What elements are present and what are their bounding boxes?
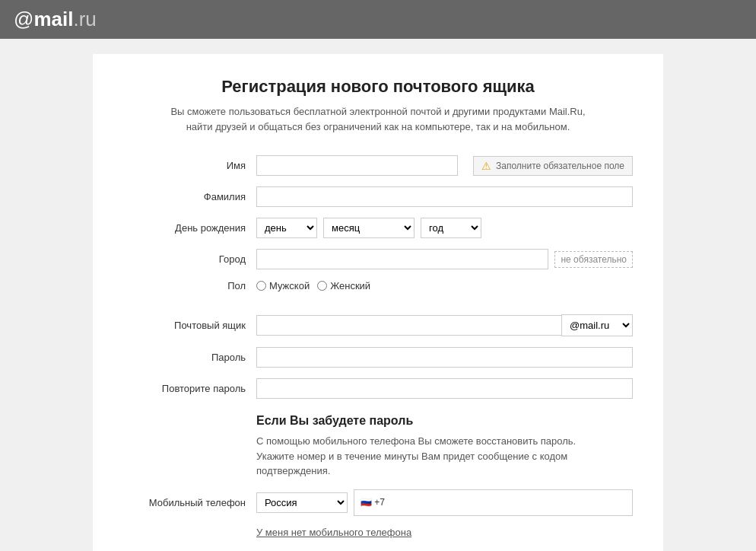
surname-label: Фамилия <box>123 191 256 202</box>
phone-country-select[interactable]: Россия <box>256 492 348 513</box>
page-subtitle: Вы сможете пользоваться бесплатной элект… <box>123 104 633 134</box>
logo: @mail.ru <box>14 8 97 31</box>
name-error-tooltip: ⚠ Заполните обязательное поле <box>473 156 633 176</box>
logo-ru: .ru <box>73 8 96 30</box>
password-input[interactable] <box>256 347 633 368</box>
gender-label: Пол <box>123 280 256 291</box>
gender-female-label: Женский <box>330 280 370 291</box>
name-row: Имя ⚠ Заполните обязательное поле <box>123 155 633 176</box>
gender-female-option[interactable]: Женский <box>317 280 370 291</box>
gender-group: Мужской Женский <box>256 280 633 291</box>
name-label: Имя <box>123 160 256 171</box>
confirm-password-field-group <box>256 378 633 399</box>
name-input[interactable] <box>256 155 458 176</box>
email-field-group: @mail.ru @inbox.ru @list.ru @bk.ru <box>256 314 633 336</box>
city-field-group: не обязательно <box>256 249 633 269</box>
phone-number-group: 🇷🇺 +7 <box>354 489 633 516</box>
surname-row: Фамилия <box>123 186 633 207</box>
phone-field-group: Россия 🇷🇺 +7 <box>256 489 633 516</box>
surname-field-group <box>256 186 633 207</box>
gender-row: Пол Мужской Женский <box>123 280 633 291</box>
no-phone-link[interactable]: У меня нет мобильного телефона <box>256 527 633 538</box>
email-domain-select[interactable]: @mail.ru @inbox.ru @list.ru @bk.ru <box>561 314 633 336</box>
forgot-desc: С помощью мобильного телефона Вы сможете… <box>256 434 633 479</box>
birthday-label: День рождения <box>123 222 256 234</box>
month-select[interactable]: месяц ЯнварьФевральМартАпрель МайИюньИюл… <box>323 218 415 238</box>
optional-label: не обязательно <box>554 251 633 268</box>
email-input[interactable] <box>256 315 561 336</box>
password-row: Пароль <box>123 347 633 368</box>
city-row: Город не обязательно <box>123 249 633 269</box>
password-field-group <box>256 347 633 368</box>
registration-form: Имя ⚠ Заполните обязательное поле Фамили… <box>123 155 633 551</box>
spacer-1 <box>123 302 633 314</box>
header: @mail.ru <box>0 0 756 39</box>
registration-form-container: Регистрация нового почтового ящика Вы см… <box>93 54 663 551</box>
warning-icon: ⚠ <box>481 160 491 172</box>
day-select[interactable]: день 12345 678910 1112131415 1617181920 … <box>256 218 317 238</box>
forgot-password-section: Если Вы забудете пароль С помощью мобиль… <box>256 414 633 479</box>
phone-flag: 🇷🇺 +7 <box>361 497 385 508</box>
confirm-password-label: Повторите пароль <box>123 383 256 394</box>
phone-number-input[interactable] <box>389 493 626 512</box>
error-text: Заполните обязательное поле <box>496 161 624 171</box>
phone-label: Мобильный телефон <box>123 497 256 508</box>
logo-mail: mail <box>33 8 73 30</box>
password-label: Пароль <box>123 352 256 363</box>
email-row: Почтовый ящик @mail.ru @inbox.ru @list.r… <box>123 314 633 336</box>
confirm-password-row: Повторите пароль <box>123 378 633 399</box>
gender-male-radio[interactable] <box>256 281 266 291</box>
forgot-title: Если Вы забудете пароль <box>256 414 633 428</box>
birthday-row: День рождения день 12345 678910 11121314… <box>123 218 633 238</box>
city-label: Город <box>123 253 256 265</box>
year-select[interactable]: год 2024201020001990 1980197019601950 <box>421 218 481 238</box>
email-label: Почтовый ящик <box>123 320 256 331</box>
page-title: Регистрация нового почтового ящика <box>123 77 633 97</box>
birthday-group: день 12345 678910 1112131415 1617181920 … <box>256 218 633 238</box>
gender-male-label: Мужской <box>269 280 310 291</box>
gender-female-radio[interactable] <box>317 281 327 291</box>
phone-row: Мобильный телефон Россия 🇷🇺 +7 <box>123 489 633 516</box>
surname-input[interactable] <box>256 186 633 207</box>
city-input[interactable] <box>256 249 548 269</box>
logo-at: @ <box>14 8 33 30</box>
gender-male-option[interactable]: Мужской <box>256 280 310 291</box>
confirm-password-input[interactable] <box>256 378 633 399</box>
name-field-group: ⚠ Заполните обязательное поле <box>256 155 633 176</box>
